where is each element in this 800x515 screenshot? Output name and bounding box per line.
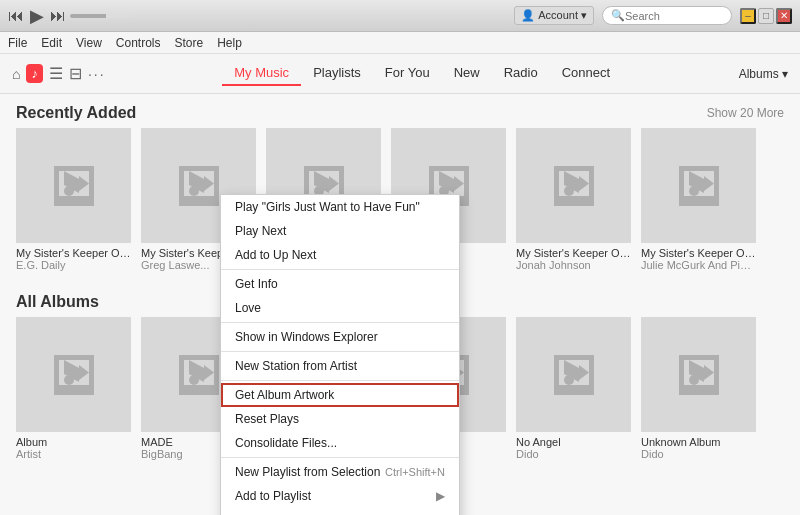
ctx-show-playlist[interactable]: Show in Playlist ▶ <box>221 508 459 515</box>
tab-connect[interactable]: Connect <box>550 61 622 86</box>
ctx-new-playlist[interactable]: New Playlist from Selection Ctrl+Shift+N <box>221 460 459 484</box>
list-item[interactable]: No Angel Dido <box>516 317 631 460</box>
album-art <box>516 128 631 243</box>
album-artist: Dido <box>516 448 631 460</box>
ctx-reset-plays[interactable]: Reset Plays <box>221 407 459 431</box>
menu-edit[interactable]: Edit <box>41 36 62 50</box>
menu-bar: File Edit View Controls Store Help <box>0 32 800 54</box>
menu-help[interactable]: Help <box>217 36 242 50</box>
search-box: 🔍 <box>602 6 732 25</box>
list-item[interactable]: My Sister's Keeper OST E.G. Daily <box>16 128 131 271</box>
ctx-get-info[interactable]: Get Info <box>221 272 459 296</box>
context-menu: Play "Girls Just Want to Have Fun" Play … <box>220 194 460 515</box>
title-bar: ⏮ ▶ ⏭ 👤 Account ▾ 🔍 – □ ✕ <box>0 0 800 32</box>
album-title: My Sister's Keeper OST <box>641 247 756 259</box>
album-artist: Dido <box>641 448 756 460</box>
show-more-btn[interactable]: Show 20 More <box>707 106 784 120</box>
album-artist: E.G. Daily <box>16 259 131 271</box>
album-art <box>641 317 756 432</box>
toolbar-center: My Music Playlists For You New Radio Con… <box>116 61 729 86</box>
menu-file[interactable]: File <box>8 36 27 50</box>
menu-controls[interactable]: Controls <box>116 36 161 50</box>
prev-btn[interactable]: ⏮ <box>8 7 24 25</box>
tab-for-you[interactable]: For You <box>373 61 442 86</box>
album-title: Unknown Album <box>641 436 756 448</box>
play-btn[interactable]: ▶ <box>30 5 44 27</box>
menu-store[interactable]: Store <box>175 36 204 50</box>
list-item[interactable]: My Sister's Keeper OST Jonah Johnson <box>516 128 631 271</box>
album-title: No Angel <box>516 436 631 448</box>
maximize-btn[interactable]: □ <box>758 8 774 24</box>
ctx-add-playlist[interactable]: Add to Playlist ▶ <box>221 484 459 508</box>
account-button[interactable]: 👤 Account ▾ <box>514 6 594 25</box>
album-artist: Julie McGurk And Pipe Maj... <box>641 259 756 271</box>
album-artist: Jonah Johnson <box>516 259 631 271</box>
window-controls: – □ ✕ <box>740 8 792 24</box>
ctx-get-artwork[interactable]: Get Album Artwork <box>221 383 459 407</box>
album-artist: Artist <box>16 448 131 460</box>
ctx-play-song[interactable]: Play "Girls Just Want to Have Fun" <box>221 195 459 219</box>
list-item[interactable]: Album Artist <box>16 317 131 460</box>
search-icon: 🔍 <box>611 9 625 22</box>
transport-controls: ⏮ ▶ ⏭ <box>8 5 66 27</box>
volume-slider[interactable] <box>70 14 130 18</box>
toolbar-left: ⌂ ♪ ☰ ⊟ ··· <box>12 64 106 83</box>
ctx-new-station[interactable]: New Station from Artist <box>221 354 459 378</box>
recently-added-header: Recently Added Show 20 More <box>0 94 800 128</box>
account-label: Account ▾ <box>538 9 587 22</box>
all-albums-title: All Albums <box>16 293 99 311</box>
toolbar-right: Albums ▾ <box>739 67 788 81</box>
ctx-add-up-next[interactable]: Add to Up Next <box>221 243 459 267</box>
ctx-separator-5 <box>221 457 459 458</box>
tab-playlists[interactable]: Playlists <box>301 61 373 86</box>
more-btn[interactable]: ··· <box>88 66 106 82</box>
search-input[interactable] <box>625 10 715 22</box>
ctx-play-next[interactable]: Play Next <box>221 219 459 243</box>
album-title: My Sister's Keeper OST <box>516 247 631 259</box>
album-art <box>641 128 756 243</box>
music-icon-btn[interactable]: ♪ <box>26 64 43 83</box>
toolbar: ⌂ ♪ ☰ ⊟ ··· My Music Playlists For You N… <box>0 54 800 94</box>
ctx-separator-4 <box>221 380 459 381</box>
list-item[interactable]: Unknown Album Dido <box>641 317 756 460</box>
album-art <box>16 317 131 432</box>
album-art <box>16 128 131 243</box>
tab-new[interactable]: New <box>442 61 492 86</box>
main-content: Recently Added Show 20 More My Sister's … <box>0 94 800 515</box>
ctx-show-explorer[interactable]: Show in Windows Explorer <box>221 325 459 349</box>
ctx-separator-1 <box>221 269 459 270</box>
next-btn[interactable]: ⏭ <box>50 7 66 25</box>
title-bar-left: ⏮ ▶ ⏭ <box>8 5 130 27</box>
ctx-love[interactable]: Love <box>221 296 459 320</box>
account-icon: 👤 <box>521 9 535 22</box>
list-view-btn[interactable]: ☰ <box>49 64 63 83</box>
grid-view-btn[interactable]: ⊟ <box>69 64 82 83</box>
album-title: Album <box>16 436 131 448</box>
list-item[interactable]: My Sister's Keeper OST Julie McGurk And … <box>641 128 756 271</box>
recently-added-title: Recently Added <box>16 104 136 122</box>
tab-my-music[interactable]: My Music <box>222 61 301 86</box>
albums-dropdown[interactable]: Albums ▾ <box>739 67 788 81</box>
menu-view[interactable]: View <box>76 36 102 50</box>
tab-radio[interactable]: Radio <box>492 61 550 86</box>
album-title: My Sister's Keeper OST <box>16 247 131 259</box>
ctx-separator-2 <box>221 322 459 323</box>
back-btn[interactable]: ⌂ <box>12 66 20 82</box>
album-art <box>516 317 631 432</box>
ctx-consolidate[interactable]: Consolidate Files... <box>221 431 459 455</box>
close-btn[interactable]: ✕ <box>776 8 792 24</box>
ctx-separator-3 <box>221 351 459 352</box>
minimize-btn[interactable]: – <box>740 8 756 24</box>
